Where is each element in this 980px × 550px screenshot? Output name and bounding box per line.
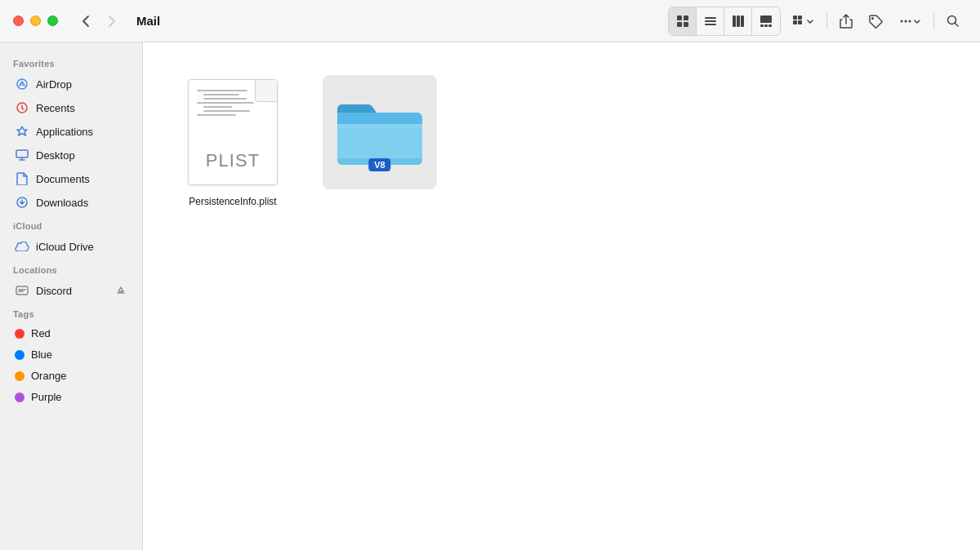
blue-tag-dot [15, 350, 24, 360]
svg-rect-12 [764, 24, 768, 27]
sidebar-item-icloud-drive[interactable]: iCloud Drive [5, 235, 137, 258]
orange-tag-dot [15, 371, 24, 381]
sidebar-item-tag-orange[interactable]: Orange [5, 366, 137, 386]
search-button[interactable] [939, 7, 967, 35]
list-view-button[interactable] [697, 7, 724, 35]
desktop-label: Desktop [36, 149, 75, 162]
sidebar-item-recents[interactable]: Recents [5, 96, 137, 119]
sidebar-item-documents[interactable]: Documents [5, 167, 137, 190]
grid-view-button[interactable] [669, 7, 697, 35]
svg-rect-0 [677, 16, 682, 20]
tags-label: Tags [0, 303, 142, 322]
toolbar-separator-2 [933, 13, 934, 29]
gallery-view-button[interactable] [752, 7, 780, 35]
svg-rect-2 [677, 22, 682, 27]
columns-view-button[interactable] [724, 7, 752, 35]
toolbar-separator [826, 13, 827, 29]
close-button[interactable] [13, 16, 24, 26]
plist-document-icon: PLIST [188, 79, 278, 185]
file-item-folder[interactable]: V8 folder [323, 75, 437, 207]
svg-point-21 [909, 20, 911, 22]
file-grid: PLIST PersistenceInfo.plist [176, 75, 947, 207]
downloads-label: Downloads [36, 197, 88, 209]
applications-icon [15, 124, 29, 139]
applications-label: Applications [36, 126, 93, 138]
group-by-button[interactable] [784, 7, 822, 35]
svg-rect-15 [798, 16, 802, 20]
plist-lines [189, 80, 277, 126]
tag-button[interactable] [862, 7, 889, 35]
sidebar-item-tag-red[interactable]: Red [5, 323, 137, 344]
svg-rect-8 [737, 16, 740, 27]
documents-label: Documents [36, 173, 90, 185]
toolbar-icons [668, 7, 967, 36]
discord-drive-icon [15, 283, 29, 298]
airdrop-icon [15, 77, 29, 91]
maximize-button[interactable] [47, 16, 58, 26]
more-button[interactable] [891, 7, 929, 35]
sidebar-item-applications[interactable]: Applications [5, 120, 137, 143]
airdrop-label: AirDrop [36, 78, 72, 91]
main-layout: Favorites AirDrop Recents [0, 42, 980, 550]
folder-icon-wrapper: V8 [323, 75, 437, 189]
documents-icon [15, 171, 29, 186]
svg-rect-3 [684, 22, 688, 27]
purple-tag-dot [15, 393, 24, 402]
window-title: Mail [136, 14, 160, 28]
icloud-label: iCloud [0, 215, 142, 234]
view-mode-group [668, 7, 781, 36]
sidebar-item-airdrop[interactable]: AirDrop [5, 73, 137, 95]
svg-rect-9 [741, 16, 744, 27]
nav-buttons [74, 10, 123, 33]
svg-rect-10 [760, 16, 772, 23]
red-tag-dot [15, 329, 24, 339]
svg-rect-27 [16, 286, 28, 295]
svg-point-19 [901, 20, 903, 22]
svg-rect-5 [705, 20, 716, 22]
purple-tag-label: Purple [31, 391, 62, 403]
desktop-icon [15, 148, 29, 162]
plist-icon-wrapper: PLIST [176, 75, 290, 189]
forward-button[interactable] [100, 10, 123, 33]
sidebar-item-downloads[interactable]: Downloads [5, 191, 137, 214]
sidebar-item-tag-blue[interactable]: Blue [5, 344, 137, 365]
icloud-drive-label: iCloud Drive [36, 241, 94, 253]
favorites-label: Favorites [0, 52, 142, 72]
svg-rect-14 [793, 16, 797, 20]
svg-rect-4 [705, 17, 716, 19]
svg-point-20 [905, 20, 907, 22]
sidebar-item-discord[interactable]: Discord [5, 279, 137, 302]
sidebar: Favorites AirDrop Recents [0, 42, 143, 550]
svg-point-18 [871, 17, 874, 20]
blue-tag-label: Blue [31, 348, 52, 361]
orange-tag-label: Orange [31, 370, 66, 382]
recents-icon [15, 100, 29, 115]
red-tag-label: Red [31, 327, 51, 339]
svg-point-23 [17, 79, 27, 89]
downloads-icon [15, 195, 29, 210]
svg-rect-6 [705, 24, 716, 25]
content-area: PLIST PersistenceInfo.plist [143, 42, 980, 550]
plist-type-label: PLIST [189, 150, 277, 171]
svg-rect-13 [768, 24, 772, 27]
icloud-drive-icon [15, 239, 29, 254]
folder-badge: V8 [368, 158, 390, 171]
title-bar: Mail [0, 0, 980, 42]
sidebar-item-tag-purple[interactable]: Purple [5, 387, 137, 407]
eject-button[interactable] [114, 284, 127, 297]
plist-filename: PersistenceInfo.plist [189, 196, 276, 207]
svg-rect-25 [16, 150, 28, 157]
discord-label: Discord [36, 285, 72, 297]
svg-rect-7 [733, 16, 736, 27]
svg-rect-11 [760, 24, 764, 27]
share-button[interactable] [832, 7, 860, 35]
recents-label: Recents [36, 102, 75, 114]
back-button[interactable] [74, 10, 97, 33]
traffic-lights [13, 16, 58, 26]
sidebar-item-desktop[interactable]: Desktop [5, 144, 137, 166]
locations-label: Locations [0, 259, 142, 278]
svg-rect-16 [793, 20, 797, 24]
minimize-button[interactable] [30, 16, 41, 26]
file-item-plist[interactable]: PLIST PersistenceInfo.plist [176, 75, 290, 207]
svg-rect-1 [684, 16, 688, 20]
